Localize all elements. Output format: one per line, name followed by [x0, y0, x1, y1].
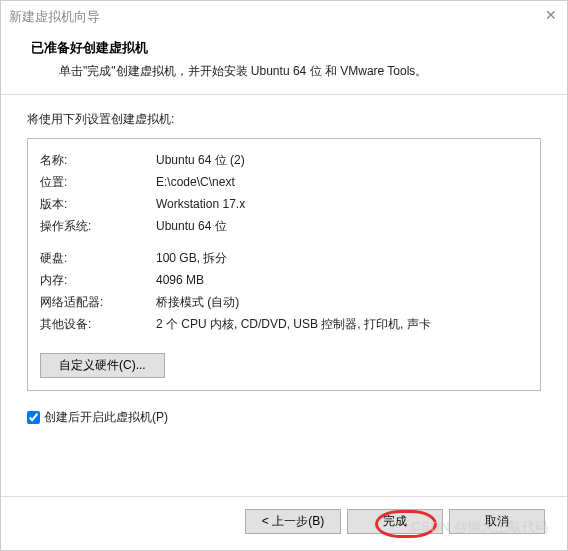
setting-row: 网络适配器: 桥接模式 (自动): [40, 291, 528, 313]
settings-intro: 将使用下列设置创建虚拟机:: [27, 111, 541, 128]
setting-key: 操作系统:: [40, 215, 156, 237]
setting-key: 其他设备:: [40, 313, 156, 335]
close-icon[interactable]: ✕: [545, 7, 557, 23]
power-on-checkbox[interactable]: [27, 411, 40, 424]
settings-group-1: 名称: Ubuntu 64 位 (2) 位置: E:\code\C\next 版…: [40, 149, 528, 237]
wizard-window: 新建虚拟机向导 ✕ 已准备好创建虚拟机 单击"完成"创建虚拟机，并开始安装 Ub…: [0, 0, 568, 551]
setting-value: 2 个 CPU 内核, CD/DVD, USB 控制器, 打印机, 声卡: [156, 313, 528, 335]
finish-button[interactable]: 完成: [347, 509, 443, 534]
setting-row: 位置: E:\code\C\next: [40, 171, 528, 193]
setting-key: 内存:: [40, 269, 156, 291]
setting-value: Ubuntu 64 位 (2): [156, 149, 528, 171]
setting-value: 桥接模式 (自动): [156, 291, 528, 313]
header-subtitle: 单击"完成"创建虚拟机，并开始安装 Ubuntu 64 位 和 VMware T…: [31, 63, 537, 80]
power-on-label: 创建后开启此虚拟机(P): [44, 409, 168, 426]
settings-box: 名称: Ubuntu 64 位 (2) 位置: E:\code\C\next 版…: [27, 138, 541, 391]
header: 已准备好创建虚拟机 单击"完成"创建虚拟机，并开始安装 Ubuntu 64 位 …: [1, 33, 567, 95]
titlebar: 新建虚拟机向导 ✕: [1, 1, 567, 33]
settings-group-2: 硬盘: 100 GB, 拆分 内存: 4096 MB 网络适配器: 桥接模式 (…: [40, 247, 528, 335]
setting-key: 版本:: [40, 193, 156, 215]
setting-value: Workstation 17.x: [156, 193, 528, 215]
window-title: 新建虚拟机向导: [9, 8, 100, 26]
setting-key: 硬盘:: [40, 247, 156, 269]
footer: < 上一步(B) 完成 取消 CSDN @懒大王敲代码: [1, 496, 567, 550]
power-on-checkbox-row[interactable]: 创建后开启此虚拟机(P): [27, 409, 541, 426]
body: 将使用下列设置创建虚拟机: 名称: Ubuntu 64 位 (2) 位置: E:…: [1, 95, 567, 496]
setting-row: 其他设备: 2 个 CPU 内核, CD/DVD, USB 控制器, 打印机, …: [40, 313, 528, 335]
setting-row: 硬盘: 100 GB, 拆分: [40, 247, 528, 269]
setting-row: 版本: Workstation 17.x: [40, 193, 528, 215]
setting-row: 内存: 4096 MB: [40, 269, 528, 291]
setting-key: 名称:: [40, 149, 156, 171]
cancel-button[interactable]: 取消: [449, 509, 545, 534]
setting-value: 4096 MB: [156, 269, 528, 291]
customize-hardware-button[interactable]: 自定义硬件(C)...: [40, 353, 165, 378]
setting-value: E:\code\C\next: [156, 171, 528, 193]
setting-row: 名称: Ubuntu 64 位 (2): [40, 149, 528, 171]
back-button[interactable]: < 上一步(B): [245, 509, 341, 534]
header-title: 已准备好创建虚拟机: [31, 39, 537, 57]
setting-key: 网络适配器:: [40, 291, 156, 313]
setting-key: 位置:: [40, 171, 156, 193]
setting-row: 操作系统: Ubuntu 64 位: [40, 215, 528, 237]
setting-value: Ubuntu 64 位: [156, 215, 528, 237]
setting-value: 100 GB, 拆分: [156, 247, 528, 269]
